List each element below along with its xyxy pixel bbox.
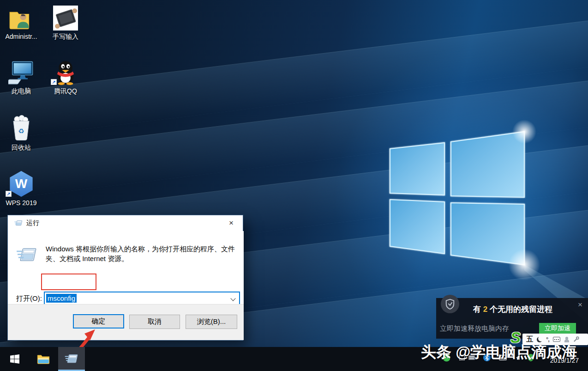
recycle-bin-icon: ♻	[0, 114, 43, 141]
file-explorer-taskbar-button[interactable]	[32, 347, 54, 371]
notification-title-suffix: 个无用的残留进程	[487, 305, 552, 314]
desktop-icon-wps-2019[interactable]: W ↗ WPS 2019	[0, 169, 43, 207]
notification-title-prefix: 有	[473, 305, 483, 314]
shortcut-arrow-icon: ↗	[6, 191, 12, 197]
notification-title: 有 2 个无用的残留进程	[473, 304, 552, 315]
windows-logo-icon	[10, 354, 19, 364]
notification-subtitle: 立即加速释放电脑内存	[440, 324, 509, 333]
desktop-icon-label: 此电脑	[0, 87, 43, 96]
shield-icon	[445, 298, 455, 310]
run-dialog-description: Windows 将根据你所输入的名称，为你打开相应的程序、文件夹、文档或 Int…	[46, 244, 236, 263]
cancel-button[interactable]: 取消	[129, 315, 180, 329]
open-field-label: 打开(O):	[16, 292, 42, 305]
desktop-icon-label: WPS 2019	[0, 199, 43, 207]
computer-monitor-icon	[0, 57, 43, 85]
run-dialog-title: 运行	[26, 219, 39, 227]
desktop-icon-handwriting-input[interactable]: 手写输入	[43, 3, 88, 41]
moon-icon[interactable]	[537, 337, 542, 342]
run-dialog-body: Windows 将根据你所输入的名称，为你打开相应的程序、文件夹、文档或 Int…	[8, 231, 244, 305]
run-icon	[16, 247, 37, 264]
security-shield-badge	[441, 295, 459, 313]
handwriting-tablet-icon	[43, 3, 88, 30]
qq-penguin-icon: ↗	[43, 57, 88, 85]
browse-button[interactable]: 浏览(B)...	[186, 315, 237, 329]
folder-icon	[37, 353, 50, 365]
run-app-icon	[14, 220, 23, 227]
desktop-icon-this-pc[interactable]: 此电脑	[0, 57, 43, 96]
desktop-icon-label: 手写输入	[43, 33, 88, 41]
watermark-text: 头条 @学电脑点滴成海	[421, 342, 577, 363]
desktop-icon-label: 腾讯QQ	[43, 87, 88, 96]
wps-hexagon-icon: W ↗	[0, 169, 43, 197]
close-icon[interactable]: ×	[223, 215, 239, 231]
desktop-screen: Administr... 手写输入	[0, 0, 588, 371]
desktop-icon-recycle-bin[interactable]: ♻ 回收站	[0, 114, 43, 152]
user-folder-icon	[0, 3, 43, 30]
run-command-combobox[interactable]: msconfig	[44, 292, 240, 305]
chevron-down-icon[interactable]	[230, 296, 235, 301]
desktop-icon-label: 回收站	[0, 144, 43, 152]
notification-count: 2	[483, 305, 487, 314]
soft-keyboard-icon[interactable]	[553, 337, 560, 342]
annotation-highlight-rectangle	[41, 274, 96, 290]
start-button[interactable]	[4, 347, 26, 371]
account-icon[interactable]	[564, 337, 570, 342]
svg-text:♻: ♻	[18, 127, 24, 135]
desktop-icon-label: Administr...	[0, 33, 43, 40]
run-command-input-value[interactable]: msconfig	[46, 294, 77, 303]
run-dialog-taskbar-button[interactable]	[58, 347, 85, 371]
close-icon[interactable]: ×	[578, 300, 582, 310]
shortcut-arrow-icon: ↗	[51, 79, 57, 85]
desktop-icon-administrator[interactable]: Administr...	[0, 3, 43, 40]
desktop-icon-tencent-qq[interactable]: ↗ 腾讯QQ	[43, 57, 88, 96]
run-dialog-button-strip: 确定 取消 浏览(B)...	[8, 304, 244, 340]
run-dialog-titlebar[interactable]: 运行 ×	[8, 215, 243, 231]
run-app-icon	[65, 353, 78, 365]
